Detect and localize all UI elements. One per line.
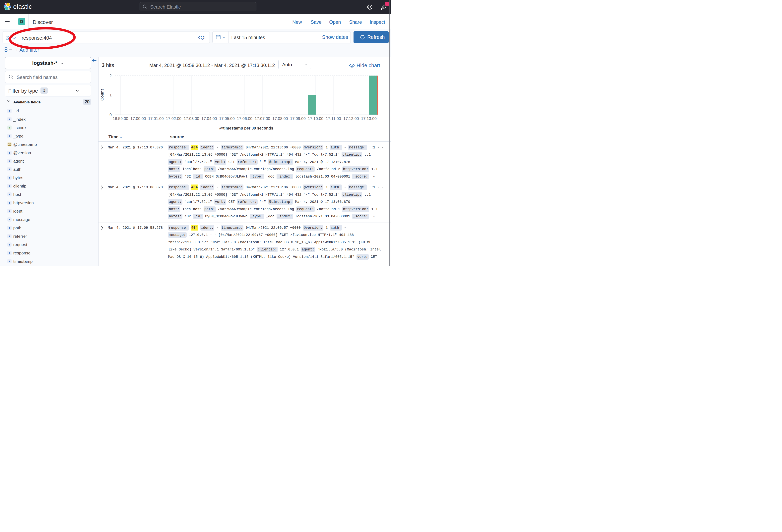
svg-text:17:12:00: 17:12:00 (343, 116, 359, 121)
svg-text:17:09:00: 17:09:00 (290, 116, 306, 121)
svg-text:1: 1 (109, 93, 112, 97)
svg-text:17:13:00: 17:13:00 (361, 116, 377, 121)
svg-text:17:08:00: 17:08:00 (272, 116, 288, 121)
svg-text:17:07:00: 17:07:00 (255, 116, 270, 121)
svg-text:17:11:00: 17:11:00 (326, 116, 341, 121)
svg-text:17:04:00: 17:04:00 (201, 116, 217, 121)
svg-text:Count: Count (100, 89, 104, 101)
svg-text:17:03:00: 17:03:00 (184, 116, 199, 121)
svg-text:17:01:00: 17:01:00 (148, 116, 164, 121)
svg-text:2: 2 (109, 74, 112, 78)
svg-text:17:00:00: 17:00:00 (131, 116, 146, 121)
svg-text:16:59:00: 16:59:00 (113, 116, 128, 121)
svg-text:17:02:00: 17:02:00 (166, 116, 181, 121)
svg-text:17:06:00: 17:06:00 (237, 116, 252, 121)
svg-text:0: 0 (109, 113, 112, 117)
svg-text:17:10:00: 17:10:00 (308, 116, 323, 121)
svg-text:17:05:00: 17:05:00 (219, 116, 235, 121)
